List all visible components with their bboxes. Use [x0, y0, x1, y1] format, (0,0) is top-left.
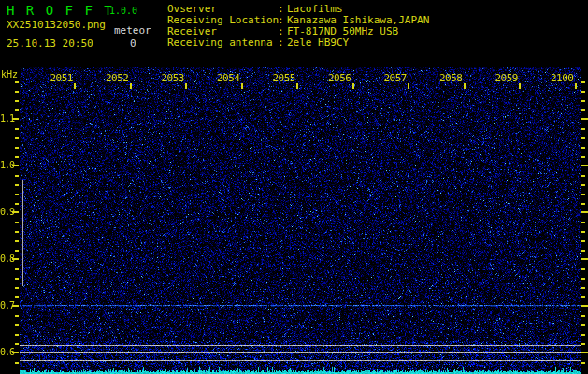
y-tick-mark-major-right [581, 258, 588, 260]
y-tick-mark-minor [15, 81, 19, 83]
y-tick-label: 1.0 [0, 160, 13, 170]
y-tick-mark-minor-right [581, 147, 585, 149]
y-tick-mark-minor-right [581, 362, 585, 364]
y-tick-mark-minor [15, 100, 19, 102]
y-tick-mark-minor [15, 184, 19, 186]
y-tick-mark-minor [15, 250, 19, 252]
y-tick-mark-minor-right [581, 296, 585, 298]
y-tick-mark-minor [15, 222, 19, 223]
y-tick-mark-minor [15, 194, 19, 195]
y-tick-mark-minor [15, 175, 19, 177]
y-axis-unit-label: kHz [1, 69, 18, 79]
info-row: Receiving antenna:2ele HB9CY [167, 37, 588, 49]
y-tick-mark-minor-right [581, 184, 585, 186]
y-tick-mark-minor [15, 147, 19, 149]
y-tick-mark-minor-right [581, 315, 585, 317]
y-tick-label: 0.6 [0, 347, 13, 357]
y-tick-mark-minor-right [581, 222, 585, 223]
y-tick-mark-minor-right [581, 81, 585, 83]
info-colon: : [278, 37, 287, 49]
meteor-count: 0 [130, 37, 136, 50]
y-tick-mark-minor-right [581, 268, 585, 270]
receiver-info: Ovserver:LacofilmsReceiving Location:Kan… [167, 4, 588, 49]
y-tick-mark-minor [15, 128, 19, 130]
y-tick-mark-major [12, 118, 19, 120]
y-tick-mark-minor-right [581, 175, 585, 177]
y-tick-label: 0.8 [0, 253, 13, 264]
hrofft-screen: H R O F F T 1.0.0 XX2510132050.png meteo… [0, 0, 588, 374]
y-tick-label: 1.1 [0, 113, 13, 123]
y-tick-mark-major [12, 211, 19, 213]
output-filename: XX2510132050.png [7, 19, 106, 31]
y-tick-mark-major [12, 165, 19, 166]
y-tick-mark-major-right [581, 305, 588, 307]
y-tick-mark-minor [15, 334, 19, 336]
y-tick-mark-minor-right [581, 194, 585, 195]
y-tick-mark-minor-right [581, 100, 585, 102]
y-tick-mark-minor-right [581, 240, 585, 242]
mode-label: meteor [114, 24, 151, 36]
y-tick-mark-major [12, 258, 19, 260]
y-tick-mark-minor [15, 362, 19, 364]
y-tick-mark-minor [15, 324, 19, 326]
y-tick-mark-minor-right [581, 91, 585, 93]
y-tick-mark-minor-right [581, 137, 585, 139]
left-edge-marker [22, 180, 23, 286]
y-tick-mark-minor [15, 315, 19, 317]
y-tick-mark-minor-right [581, 203, 585, 205]
y-tick-mark-minor [15, 137, 19, 139]
y-tick-mark-minor [15, 109, 19, 111]
y-tick-mark-minor-right [581, 278, 585, 280]
y-tick-mark-minor [15, 203, 19, 205]
y-tick-mark-minor-right [581, 109, 585, 111]
y-tick-mark-major-right [581, 352, 588, 353]
y-tick-mark-minor-right [581, 128, 585, 130]
y-tick-mark-minor [15, 287, 19, 289]
info-label: Receiving antenna [167, 37, 278, 49]
y-tick-mark-minor [15, 296, 19, 298]
y-tick-mark-minor [15, 268, 19, 270]
y-tick-mark-minor [15, 231, 19, 233]
app-title: H R O F F T [7, 3, 114, 18]
info-value: 2ele HB9CY [287, 36, 349, 49]
y-tick-mark-minor [15, 278, 19, 280]
y-tick-mark-minor-right [581, 250, 585, 252]
y-tick-label: 0.9 [0, 207, 13, 217]
datetime-label: 25.10.13 20:50 [7, 37, 93, 50]
y-tick-mark-major-right [581, 165, 588, 166]
app-version: 1.0.0 [109, 6, 137, 16]
y-tick-mark-major [12, 352, 19, 353]
y-tick-mark-minor-right [581, 231, 585, 233]
y-tick-mark-minor-right [581, 287, 585, 289]
y-tick-mark-minor-right [581, 343, 585, 345]
y-tick-mark-major-right [581, 118, 588, 120]
y-tick-mark-minor [15, 343, 19, 345]
y-tick-mark-minor-right [581, 324, 585, 326]
y-tick-mark-minor [15, 240, 19, 242]
y-tick-mark-minor [15, 91, 19, 93]
y-tick-mark-major-right [581, 211, 588, 213]
y-tick-mark-minor-right [581, 156, 585, 158]
spectrogram-canvas [20, 67, 581, 374]
y-tick-mark-major [12, 305, 19, 307]
y-tick-mark-minor [15, 156, 19, 158]
y-tick-label: 0.7 [0, 300, 13, 310]
y-tick-mark-minor-right [581, 334, 585, 336]
